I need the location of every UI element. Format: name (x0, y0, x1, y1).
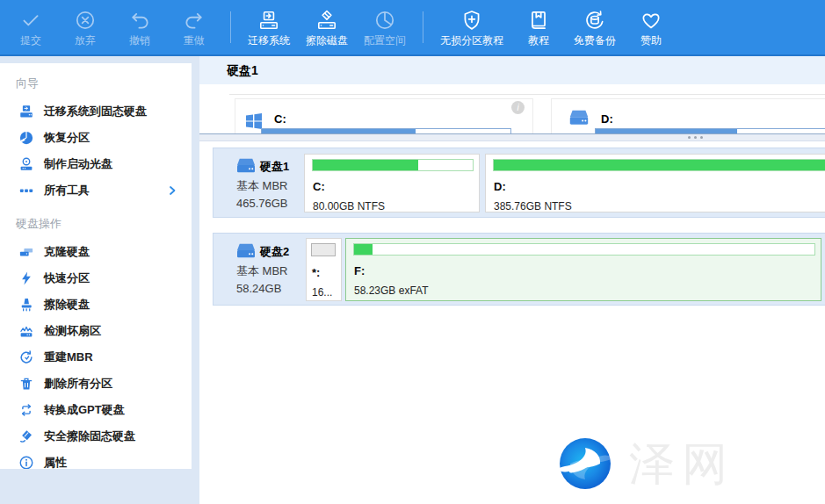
toolbar-discard-button[interactable]: 放弃 (58, 0, 112, 54)
backup-database-icon (583, 9, 606, 32)
toolbar-undo-button[interactable]: 撤销 (112, 0, 167, 54)
toolbar-label: 撤销 (129, 35, 150, 46)
partition-unnamed[interactable]: *: 16... (306, 238, 342, 301)
clone-disk-icon (18, 244, 34, 260)
partition-detail: 385.76GB NTFS (494, 200, 572, 212)
allocate-space-pie-icon (373, 9, 396, 32)
sidebar-item-label: 恢复分区 (44, 130, 90, 146)
sidebar-section-title-disk-ops: 硬盘操作 (16, 216, 192, 232)
sidebar-item-rebuild-mbr[interactable]: 重建MBR (0, 344, 192, 371)
undo-arrow-icon (128, 9, 151, 32)
tutorial-book-icon (527, 9, 550, 32)
toolbar-redo-button[interactable]: 重做 (167, 0, 221, 54)
partition-usage-bar (353, 243, 815, 256)
sidebar-item-label: 转换成GPT硬盘 (44, 402, 125, 418)
partition-label: F: (354, 264, 365, 277)
wipe-disk-brush-icon (18, 297, 34, 313)
overview-volume-c[interactable]: C: (235, 98, 533, 133)
migrate-to-ssd-icon (18, 104, 34, 119)
toolbar-submit-button[interactable]: 提交 (4, 0, 58, 54)
partition-usage-fill (354, 244, 373, 255)
secure-erase-eraser-icon (18, 428, 34, 444)
recover-partition-pie-icon (18, 130, 34, 146)
disk-name: 硬盘1 (260, 159, 289, 175)
disk-row-1[interactable]: 硬盘1 基本 MBR 465.76GB C: 80.00GB NTFS D: 3… (213, 148, 825, 218)
sidebar-item-check-bad-sectors[interactable]: 检测坏扇区 (0, 318, 192, 344)
partition-c[interactable]: C: 80.00GB NTFS (304, 154, 480, 212)
migrate-system-disk-icon (257, 9, 280, 32)
rebuild-mbr-refresh-icon (18, 349, 34, 365)
heart-icon (640, 9, 662, 32)
disk-size: 465.76GB (236, 197, 288, 210)
toolbar-free-backup-button[interactable]: 免费备份 (566, 0, 624, 54)
toolbar-label: 提交 (20, 35, 41, 46)
volume-label: C: (274, 112, 286, 126)
toolbar-label: 擦除磁盘 (306, 35, 348, 46)
disk-row-2[interactable]: 硬盘2 基本 MBR 58.24GB *: 16... F: 58.23GB e… (213, 233, 825, 306)
toolbar-migrate-system-button[interactable]: 迁移系统 (240, 0, 298, 54)
toolbar-label: 免费备份 (574, 35, 616, 46)
info-icon[interactable] (511, 101, 525, 114)
sidebar-item-label: 删除所有分区 (44, 376, 112, 392)
toolbar-lossless-tutorial-button[interactable]: 无损分区教程 (432, 0, 511, 54)
toolbar-tutorial-button[interactable]: 教程 (511, 0, 566, 54)
sidebar-item-convert-gpt[interactable]: 转换成GPT硬盘 (0, 397, 192, 423)
partition-usage-fill (313, 160, 418, 170)
partition-detail: 80.00GB NTFS (313, 200, 385, 212)
sidebar-item-label: 属性 (44, 455, 67, 469)
toolbar-label: 重做 (184, 35, 205, 46)
toolbar: 提交 放弃 撤销 重做 迁移系统 擦除磁盘 配置空间 (0, 0, 825, 56)
disk-tab-bar: 硬盘1 (199, 56, 825, 84)
partition-usage-bar (311, 243, 336, 256)
delete-partitions-trash-icon (18, 376, 34, 392)
partition-usage-fill (312, 244, 335, 256)
tab-disk1[interactable]: 硬盘1 (227, 63, 258, 77)
partition-usage-bar (312, 159, 474, 171)
partition-d[interactable]: D: 385.76GB NTFS (485, 154, 825, 212)
sidebar-item-properties[interactable]: 属性 (0, 450, 192, 469)
divider (229, 94, 825, 95)
partition-label: C: (313, 180, 325, 193)
sidebar-item-boot-disc[interactable]: 制作启动光盘 (0, 151, 192, 177)
sidebar-section-title-wizard: 向导 (16, 76, 192, 91)
overview-volume-d[interactable]: D: (551, 98, 825, 133)
toolbar-allocate-space-button[interactable]: 配置空间 (356, 0, 414, 54)
sidebar-item-all-tools[interactable]: 所有工具 (0, 177, 192, 204)
zewang-swirl-logo (552, 430, 619, 497)
toolbar-label: 配置空间 (364, 35, 406, 46)
volume-overview-strip: C: D: (199, 98, 825, 133)
wipe-disk-icon (315, 9, 338, 32)
partition-detail: 58.23GB exFAT (354, 284, 429, 297)
convert-gpt-swap-icon (18, 402, 34, 418)
hard-drive-icon (235, 157, 257, 175)
submit-check-icon (19, 9, 42, 32)
toolbar-label: 放弃 (75, 35, 96, 46)
sidebar-item-migrate-to-ssd[interactable]: 迁移系统到固态硬盘 (0, 98, 192, 125)
toolbar-label: 迁移系统 (248, 35, 290, 46)
sidebar-item-wipe-disk[interactable]: 擦除硬盘 (0, 292, 192, 318)
sidebar-item-secure-erase-ssd[interactable]: 安全擦除固态硬盘 (0, 423, 192, 450)
volume-label: D: (601, 112, 613, 126)
sidebar-item-label: 重建MBR (44, 349, 93, 365)
watermark-text: 泽网 (629, 430, 735, 497)
disk-name: 硬盘2 (260, 244, 289, 260)
toolbar-sponsor-button[interactable]: 赞助 (624, 0, 678, 54)
properties-info-icon (18, 455, 34, 469)
toolbar-separator (423, 11, 423, 43)
sidebar-item-quick-partition[interactable]: 快速分区 (0, 265, 192, 292)
partition-f-selected[interactable]: F: 58.23GB exFAT (345, 238, 821, 301)
partition-usage-fill (494, 160, 825, 170)
sidebar-item-label: 擦除硬盘 (44, 297, 90, 313)
all-tools-dots-icon (18, 183, 34, 198)
partition-usage-bar (493, 159, 825, 171)
sidebar-item-clone-disk[interactable]: 克隆硬盘 (0, 239, 192, 265)
sidebar-item-label: 安全擦除固态硬盘 (44, 428, 135, 444)
splitter-handle[interactable] (199, 133, 825, 141)
page: 向导 迁移系统到固态硬盘 恢复分区 制作启动光盘 所有工具 (0, 56, 825, 504)
hard-drive-icon (568, 109, 590, 130)
sidebar-item-recover-partition[interactable]: 恢复分区 (0, 125, 192, 151)
sidebar-item-delete-all-partitions[interactable]: 删除所有分区 (0, 371, 192, 397)
toolbar-wipe-disk-button[interactable]: 擦除磁盘 (298, 0, 356, 54)
toolbar-label: 赞助 (640, 35, 662, 46)
toolbar-label: 无损分区教程 (440, 35, 503, 46)
